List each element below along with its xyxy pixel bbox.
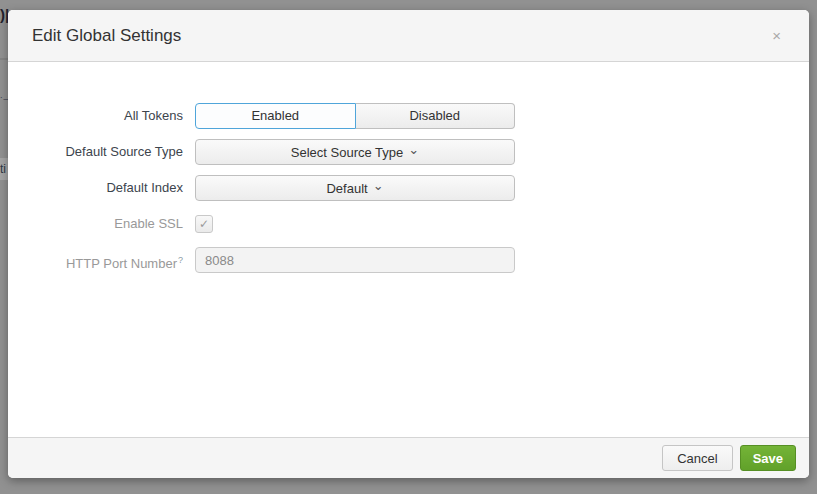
dialog-header: Edit Global Settings × <box>8 10 809 62</box>
default-index-row: Default Index Default ⌄ <box>8 175 809 201</box>
default-source-type-row: Default Source Type Select Source Type ⌄ <box>8 139 809 165</box>
enable-ssl-row: Enable SSL ✓ <box>8 211 809 237</box>
all-tokens-enabled-button[interactable]: Enabled <box>195 103 356 129</box>
close-icon[interactable]: × <box>768 26 785 45</box>
enable-ssl-checkbox: ✓ <box>195 215 213 233</box>
save-button[interactable]: Save <box>740 445 796 471</box>
default-source-type-value: Select Source Type <box>291 145 404 160</box>
edit-global-settings-dialog: Edit Global Settings × All Tokens Enable… <box>8 10 809 478</box>
http-port-label-text: HTTP Port Number <box>66 256 177 271</box>
all-tokens-toggle-group: Enabled Disabled <box>195 103 515 129</box>
cancel-button[interactable]: Cancel <box>662 445 732 471</box>
all-tokens-label: All Tokens <box>8 103 195 129</box>
dialog-body: All Tokens Enabled Disabled Default Sour… <box>8 62 809 437</box>
check-icon: ✓ <box>199 217 209 231</box>
default-index-label: Default Index <box>8 175 195 201</box>
chevron-down-icon: ⌄ <box>408 143 419 156</box>
dialog-footer: Cancel Save <box>8 437 809 478</box>
help-icon: ? <box>178 255 183 265</box>
chevron-down-icon: ⌄ <box>373 179 384 192</box>
http-port-row: HTTP Port Number? <box>8 247 809 277</box>
default-index-dropdown[interactable]: Default ⌄ <box>195 175 515 201</box>
all-tokens-disabled-button[interactable]: Disabled <box>356 103 516 129</box>
default-source-type-dropdown[interactable]: Select Source Type ⌄ <box>195 139 515 165</box>
dialog-title: Edit Global Settings <box>32 26 768 46</box>
all-tokens-row: All Tokens Enabled Disabled <box>8 103 809 129</box>
default-index-value: Default <box>326 181 367 196</box>
enable-ssl-label: Enable SSL <box>8 211 195 237</box>
default-source-type-label: Default Source Type <box>8 139 195 165</box>
http-port-label: HTTP Port Number? <box>8 247 195 277</box>
screen: )| ._ ti Edit Global Settings × All Toke… <box>0 0 817 494</box>
http-port-input <box>195 247 515 273</box>
